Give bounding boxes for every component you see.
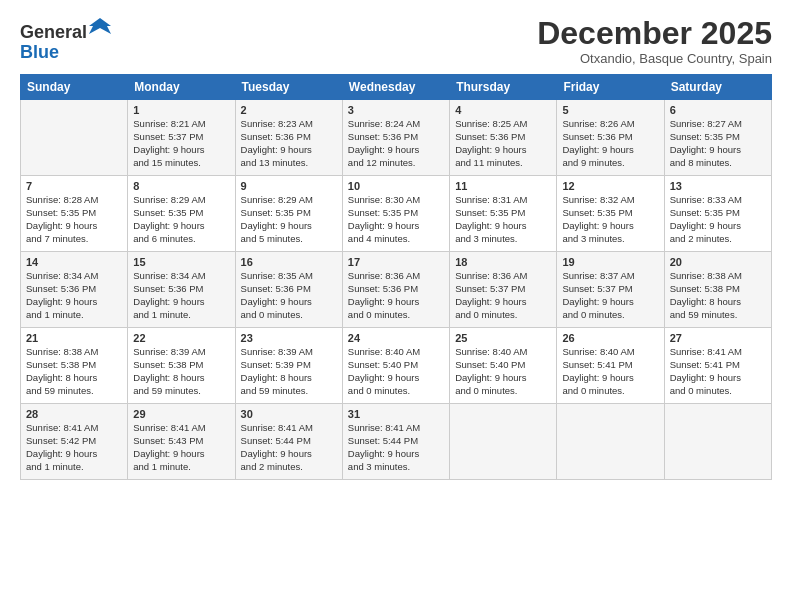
cell-line: and 1 minute. <box>26 309 122 322</box>
cell-line: and 15 minutes. <box>133 157 229 170</box>
cell-line: Sunrise: 8:34 AM <box>133 270 229 283</box>
cell-line: Daylight: 9 hours <box>241 448 337 461</box>
cell-line: and 3 minutes. <box>562 233 658 246</box>
cell-w1-d2: 9Sunrise: 8:29 AMSunset: 5:35 PMDaylight… <box>235 176 342 252</box>
cell-line: and 2 minutes. <box>670 233 766 246</box>
cell-text: Sunrise: 8:41 AMSunset: 5:41 PMDaylight:… <box>670 346 766 397</box>
cell-line: Sunrise: 8:24 AM <box>348 118 444 131</box>
logo: General Blue <box>20 16 111 63</box>
week-row-2: 14Sunrise: 8:34 AMSunset: 5:36 PMDayligh… <box>21 252 772 328</box>
cell-line: Sunset: 5:36 PM <box>133 283 229 296</box>
cell-line: Sunset: 5:38 PM <box>133 359 229 372</box>
month-title: December 2025 <box>537 16 772 51</box>
cell-text: Sunrise: 8:30 AMSunset: 5:35 PMDaylight:… <box>348 194 444 245</box>
cell-line: Sunset: 5:35 PM <box>670 131 766 144</box>
cell-w2-d4: 18Sunrise: 8:36 AMSunset: 5:37 PMDayligh… <box>450 252 557 328</box>
cell-line: and 59 minutes. <box>241 385 337 398</box>
logo-text-general: General <box>20 22 87 42</box>
day-number: 17 <box>348 256 444 268</box>
cell-text: Sunrise: 8:27 AMSunset: 5:35 PMDaylight:… <box>670 118 766 169</box>
week-row-3: 21Sunrise: 8:38 AMSunset: 5:38 PMDayligh… <box>21 328 772 404</box>
cell-line: Daylight: 9 hours <box>133 448 229 461</box>
cell-line: Sunrise: 8:40 AM <box>455 346 551 359</box>
cell-w2-d6: 20Sunrise: 8:38 AMSunset: 5:38 PMDayligh… <box>664 252 771 328</box>
day-number: 30 <box>241 408 337 420</box>
calendar-table: Sunday Monday Tuesday Wednesday Thursday… <box>20 74 772 480</box>
cell-text: Sunrise: 8:41 AMSunset: 5:42 PMDaylight:… <box>26 422 122 473</box>
cell-text: Sunrise: 8:21 AMSunset: 5:37 PMDaylight:… <box>133 118 229 169</box>
cell-line: Sunset: 5:36 PM <box>241 131 337 144</box>
day-number: 10 <box>348 180 444 192</box>
cell-line: Daylight: 9 hours <box>455 220 551 233</box>
day-number: 15 <box>133 256 229 268</box>
week-row-1: 7Sunrise: 8:28 AMSunset: 5:35 PMDaylight… <box>21 176 772 252</box>
cell-line: Sunrise: 8:35 AM <box>241 270 337 283</box>
cell-w1-d6: 13Sunrise: 8:33 AMSunset: 5:35 PMDayligh… <box>664 176 771 252</box>
cell-text: Sunrise: 8:40 AMSunset: 5:40 PMDaylight:… <box>348 346 444 397</box>
cell-line: Daylight: 9 hours <box>670 144 766 157</box>
cell-w0-d3: 3Sunrise: 8:24 AMSunset: 5:36 PMDaylight… <box>342 100 449 176</box>
cell-w2-d1: 15Sunrise: 8:34 AMSunset: 5:36 PMDayligh… <box>128 252 235 328</box>
cell-line: Daylight: 9 hours <box>133 144 229 157</box>
cell-w0-d5: 5Sunrise: 8:26 AMSunset: 5:36 PMDaylight… <box>557 100 664 176</box>
cell-line: Sunrise: 8:33 AM <box>670 194 766 207</box>
cell-w1-d1: 8Sunrise: 8:29 AMSunset: 5:35 PMDaylight… <box>128 176 235 252</box>
cell-text: Sunrise: 8:25 AMSunset: 5:36 PMDaylight:… <box>455 118 551 169</box>
day-number: 8 <box>133 180 229 192</box>
cell-line: Sunrise: 8:25 AM <box>455 118 551 131</box>
cell-text: Sunrise: 8:32 AMSunset: 5:35 PMDaylight:… <box>562 194 658 245</box>
cell-text: Sunrise: 8:24 AMSunset: 5:36 PMDaylight:… <box>348 118 444 169</box>
cell-line: Sunrise: 8:38 AM <box>26 346 122 359</box>
cell-w0-d0 <box>21 100 128 176</box>
cell-text: Sunrise: 8:23 AMSunset: 5:36 PMDaylight:… <box>241 118 337 169</box>
cell-line: Sunset: 5:35 PM <box>133 207 229 220</box>
cell-line: Sunrise: 8:41 AM <box>133 422 229 435</box>
cell-w1-d4: 11Sunrise: 8:31 AMSunset: 5:35 PMDayligh… <box>450 176 557 252</box>
cell-line: Daylight: 9 hours <box>26 448 122 461</box>
cell-line: Sunrise: 8:34 AM <box>26 270 122 283</box>
cell-line: Daylight: 8 hours <box>26 372 122 385</box>
cell-line: Daylight: 9 hours <box>562 144 658 157</box>
cell-w0-d1: 1Sunrise: 8:21 AMSunset: 5:37 PMDaylight… <box>128 100 235 176</box>
cell-line: Sunrise: 8:21 AM <box>133 118 229 131</box>
cell-text: Sunrise: 8:41 AMSunset: 5:44 PMDaylight:… <box>348 422 444 473</box>
col-thursday: Thursday <box>450 75 557 100</box>
header: General Blue December 2025 Otxandio, Bas… <box>20 16 772 66</box>
cell-line: and 0 minutes. <box>241 309 337 322</box>
cell-line: Daylight: 9 hours <box>348 448 444 461</box>
cell-line: Daylight: 9 hours <box>562 220 658 233</box>
day-number: 6 <box>670 104 766 116</box>
cell-w4-d5 <box>557 404 664 480</box>
cell-line: Daylight: 9 hours <box>562 296 658 309</box>
logo-bird-icon <box>89 16 111 38</box>
cell-line: and 0 minutes. <box>455 385 551 398</box>
cell-line: Daylight: 9 hours <box>133 220 229 233</box>
cell-line: and 2 minutes. <box>241 461 337 474</box>
calendar-body: 1Sunrise: 8:21 AMSunset: 5:37 PMDaylight… <box>21 100 772 480</box>
cell-text: Sunrise: 8:36 AMSunset: 5:36 PMDaylight:… <box>348 270 444 321</box>
cell-text: Sunrise: 8:35 AMSunset: 5:36 PMDaylight:… <box>241 270 337 321</box>
col-monday: Monday <box>128 75 235 100</box>
cell-text: Sunrise: 8:28 AMSunset: 5:35 PMDaylight:… <box>26 194 122 245</box>
cell-text: Sunrise: 8:29 AMSunset: 5:35 PMDaylight:… <box>133 194 229 245</box>
cell-line: Sunset: 5:41 PM <box>562 359 658 372</box>
cell-line: Sunrise: 8:41 AM <box>241 422 337 435</box>
cell-line: and 0 minutes. <box>348 309 444 322</box>
cell-line: Daylight: 8 hours <box>670 296 766 309</box>
cell-w4-d1: 29Sunrise: 8:41 AMSunset: 5:43 PMDayligh… <box>128 404 235 480</box>
cell-line: Sunset: 5:35 PM <box>562 207 658 220</box>
cell-line: Sunrise: 8:29 AM <box>241 194 337 207</box>
day-number: 26 <box>562 332 658 344</box>
day-number: 19 <box>562 256 658 268</box>
cell-w0-d4: 4Sunrise: 8:25 AMSunset: 5:36 PMDaylight… <box>450 100 557 176</box>
cell-line: Sunset: 5:37 PM <box>455 283 551 296</box>
day-number: 27 <box>670 332 766 344</box>
cell-line: and 0 minutes. <box>455 309 551 322</box>
cell-text: Sunrise: 8:36 AMSunset: 5:37 PMDaylight:… <box>455 270 551 321</box>
cell-line: Sunrise: 8:39 AM <box>241 346 337 359</box>
cell-text: Sunrise: 8:40 AMSunset: 5:41 PMDaylight:… <box>562 346 658 397</box>
cell-w3-d0: 21Sunrise: 8:38 AMSunset: 5:38 PMDayligh… <box>21 328 128 404</box>
cell-w2-d3: 17Sunrise: 8:36 AMSunset: 5:36 PMDayligh… <box>342 252 449 328</box>
day-number: 23 <box>241 332 337 344</box>
cell-line: Sunrise: 8:36 AM <box>348 270 444 283</box>
